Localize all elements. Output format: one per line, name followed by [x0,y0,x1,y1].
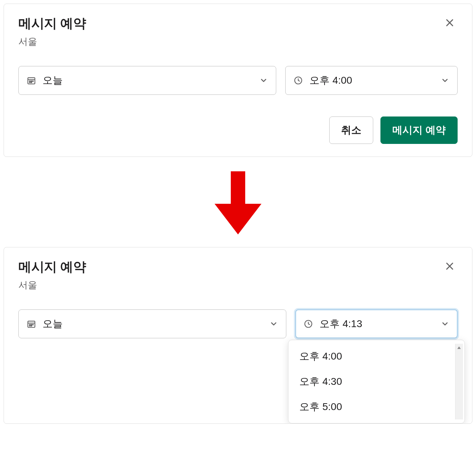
svg-point-18 [31,325,32,326]
dialog-footer: 취소 메시지 예약 [18,116,458,144]
date-value: 오늘 [43,74,63,87]
close-button[interactable] [442,15,458,31]
svg-point-6 [32,81,33,82]
scrollbar-track[interactable] [455,344,463,419]
time-dropdown-menu: 오후 4:00 오후 4:30 오후 5:00 [288,340,465,423]
chevron-down-icon [441,76,449,85]
dialog-title: 메시지 예약 [18,258,86,276]
time-option[interactable]: 오후 5:00 [288,394,464,419]
arrow-down-icon [211,168,265,236]
time-value: 오후 4:13 [319,317,362,331]
svg-point-16 [32,324,33,325]
date-select-content: 오늘 [27,317,63,331]
dialog-title: 메시지 예약 [18,15,86,32]
chevron-down-icon [259,76,268,85]
time-option[interactable]: 오후 4:30 [288,369,464,394]
transition-arrow [4,157,472,247]
schedule-button[interactable]: 메시지 예약 [380,116,458,144]
triangle-up-icon [457,346,461,350]
svg-point-17 [30,325,30,326]
calendar-icon [27,319,36,329]
clock-icon [294,76,303,85]
dialog-subtitle-timezone: 서울 [18,35,86,48]
time-select-content: 오후 4:00 [294,74,352,87]
dropdown-scroll-area: 오후 4:00 오후 4:30 오후 5:00 [288,344,464,419]
dialog-subtitle-timezone: 서울 [18,279,86,291]
date-select[interactable]: 오늘 [18,309,286,338]
date-select-content: 오늘 [27,74,63,87]
time-value: 오후 4:00 [309,74,352,87]
clock-icon [304,319,313,329]
date-value: 오늘 [43,317,63,331]
scroll-up-button[interactable] [455,344,463,352]
time-select-focused[interactable]: 오후 4:13 [295,309,458,338]
schedule-message-dialog: 메시지 예약 서울 오늘 [4,4,472,157]
svg-point-14 [30,324,30,325]
svg-point-5 [31,81,32,82]
chevron-down-icon [269,320,278,328]
close-button[interactable] [442,258,458,274]
time-select-wrap: 오후 4:13 오후 4:00 오후 4:30 오후 5:00 [295,309,458,338]
datetime-row: 오늘 오후 4:13 오후 [18,309,458,338]
time-select-content: 오후 4:13 [304,317,362,331]
chevron-down-icon [441,320,449,328]
svg-point-4 [30,81,30,82]
time-select[interactable]: 오후 4:00 [285,66,458,95]
dialog-header: 메시지 예약 서울 [18,258,458,291]
dialog-header: 메시지 예약 서울 [18,15,458,48]
close-icon [445,261,455,271]
title-group: 메시지 예약 서울 [18,258,86,291]
svg-point-8 [31,82,32,83]
date-select[interactable]: 오늘 [18,66,276,95]
svg-point-15 [31,324,32,325]
calendar-icon [27,76,36,85]
svg-point-7 [30,82,30,83]
time-option[interactable]: 오후 4:00 [288,344,464,369]
title-group: 메시지 예약 서울 [18,15,86,48]
close-icon [445,18,455,28]
datetime-row: 오늘 오후 4:00 [18,66,458,95]
schedule-message-dialog-expanded: 메시지 예약 서울 오늘 [4,247,472,424]
cancel-button[interactable]: 취소 [329,116,373,144]
